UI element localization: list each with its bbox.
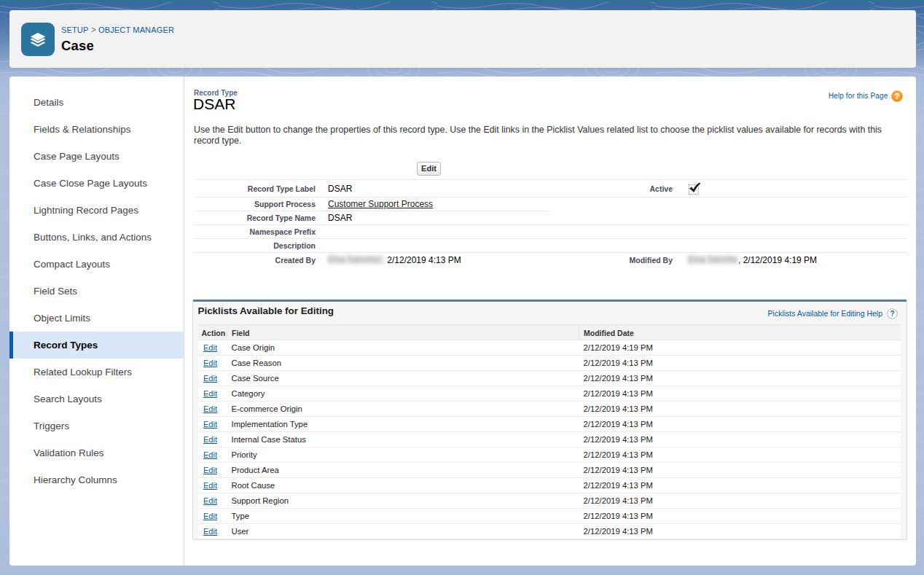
svg-text:?: ?	[895, 92, 900, 101]
svg-text:?: ?	[890, 310, 894, 318]
